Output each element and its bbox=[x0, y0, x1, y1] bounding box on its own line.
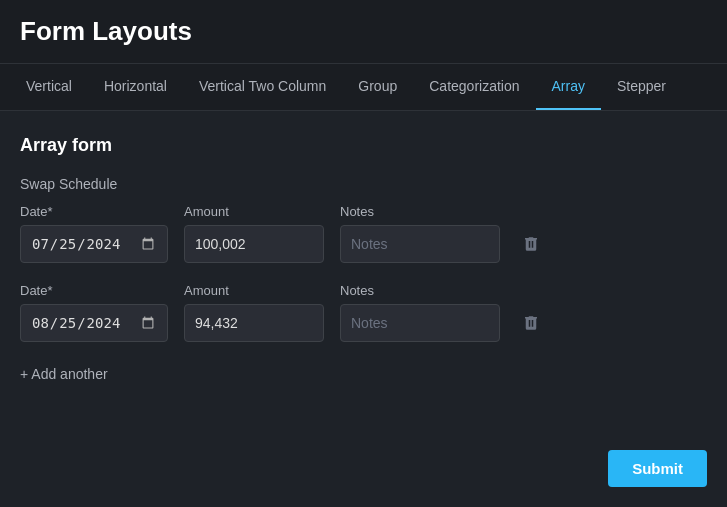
tab-vertical[interactable]: Vertical bbox=[10, 64, 88, 110]
trash-icon bbox=[522, 235, 540, 253]
amount-input-1[interactable] bbox=[184, 225, 324, 263]
delete-row-2-button[interactable] bbox=[516, 306, 546, 340]
tab-array[interactable]: Array bbox=[536, 64, 601, 110]
tab-horizontal[interactable]: Horizontal bbox=[88, 64, 183, 110]
page-title: Form Layouts bbox=[20, 16, 707, 47]
date-label-1: Date* bbox=[20, 204, 168, 219]
notes-label-2: Notes bbox=[340, 283, 500, 298]
amount-input-2[interactable] bbox=[184, 304, 324, 342]
notes-input-2[interactable] bbox=[340, 304, 500, 342]
tab-stepper[interactable]: Stepper bbox=[601, 64, 682, 110]
section-title: Array form bbox=[20, 135, 707, 156]
notes-label-1: Notes bbox=[340, 204, 500, 219]
add-another-button[interactable]: + Add another bbox=[20, 362, 108, 386]
date-input-2[interactable] bbox=[20, 304, 168, 342]
header: Form Layouts bbox=[0, 0, 727, 64]
amount-label-2: Amount bbox=[184, 283, 324, 298]
notes-input-1[interactable] bbox=[340, 225, 500, 263]
submit-button[interactable]: Submit bbox=[608, 450, 707, 487]
content-area: Array form Swap Schedule Date* Amount No… bbox=[0, 111, 727, 410]
form-footer: Submit bbox=[0, 430, 727, 507]
date-label-2: Date* bbox=[20, 283, 168, 298]
date-field-1: Date* bbox=[20, 204, 168, 263]
date-field-2: Date* bbox=[20, 283, 168, 342]
delete-row-1-button[interactable] bbox=[516, 227, 546, 261]
amount-field-2: Amount bbox=[184, 283, 324, 342]
form-row-1: Date* Amount Notes bbox=[20, 204, 707, 263]
amount-label-1: Amount bbox=[184, 204, 324, 219]
amount-field-1: Amount bbox=[184, 204, 324, 263]
date-input-1[interactable] bbox=[20, 225, 168, 263]
form-row-2: Date* Amount Notes bbox=[20, 283, 707, 342]
notes-field-1: Notes bbox=[340, 204, 500, 263]
tab-group[interactable]: Group bbox=[342, 64, 413, 110]
tab-categorization[interactable]: Categorization bbox=[413, 64, 535, 110]
add-another-label: + Add another bbox=[20, 366, 108, 382]
tabs-bar: Vertical Horizontal Vertical Two Column … bbox=[0, 64, 727, 111]
group-label: Swap Schedule bbox=[20, 176, 707, 192]
tab-vertical-two-column[interactable]: Vertical Two Column bbox=[183, 64, 342, 110]
trash-icon-2 bbox=[522, 314, 540, 332]
notes-field-2: Notes bbox=[340, 283, 500, 342]
